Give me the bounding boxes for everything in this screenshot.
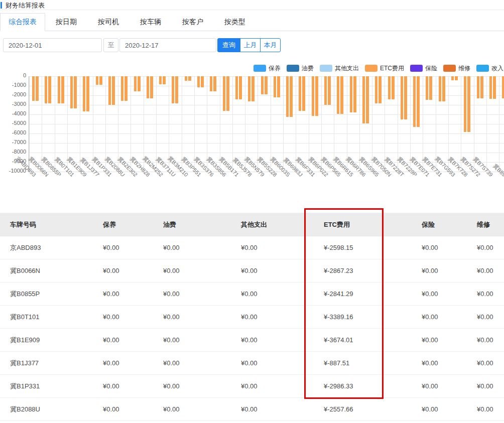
last-month-button[interactable]: 上月 — [240, 38, 261, 52]
y-axis-tick: -5000 — [0, 120, 26, 128]
legend-swatch-icon — [287, 65, 299, 72]
legend-item[interactable]: 保养 — [254, 64, 281, 73]
legend-swatch-icon — [476, 65, 489, 72]
table-cell: ¥-887.51 — [314, 352, 412, 375]
legend-item[interactable]: ETC费用 — [365, 64, 404, 73]
bar-ETC费用 — [261, 76, 268, 94]
bar-ETC费用 — [58, 76, 64, 103]
table-cell: ¥0.00 — [231, 375, 314, 398]
table-cell: ¥0.00 — [412, 283, 467, 306]
report-tabs: 综合报表按日期按司机按车辆按客户按类型 — [0, 10, 504, 31]
bar-ETC费用 — [464, 76, 470, 132]
y-axis-tick: -2000 — [0, 91, 26, 99]
table-cell: ¥0.00 — [153, 398, 231, 421]
table-cell: ¥0.00 — [231, 352, 314, 375]
bar-ETC费用 — [32, 76, 39, 101]
table-cell: ¥0.00 — [153, 352, 231, 375]
bar-ETC费用 — [248, 76, 255, 101]
table-cell: ¥0.00 — [412, 306, 467, 329]
table-row: 冀B2088U¥0.00¥0.00¥0.00¥-2557.66¥0.00¥0.0… — [0, 398, 504, 421]
table-cell: ¥-2841.29 — [314, 283, 412, 306]
bar-ETC费用 — [159, 76, 166, 84]
bar-ETC费用 — [286, 76, 293, 117]
table-cell: ¥-2557.66 — [314, 398, 412, 421]
table-cell: ¥0.00 — [153, 375, 231, 398]
chart-x-axis-labels: 京ABD893冀B0066N冀B0855P冀B0T101冀B1E909冀B1J3… — [29, 172, 504, 211]
bar-ETC费用 — [350, 76, 356, 112]
table-cell: ¥0.00 — [412, 375, 467, 398]
legend-label: 保险 — [425, 64, 437, 73]
bar-ETC费用 — [324, 76, 331, 105]
table-cell: ¥0.00 — [467, 283, 504, 306]
legend-swatch-icon — [365, 65, 377, 72]
legend-label: 油费 — [302, 64, 314, 73]
legend-item[interactable]: 保险 — [410, 64, 437, 73]
table-cell: 冀B1J377 — [0, 352, 93, 375]
legend-label: ETC费用 — [380, 64, 404, 73]
table-cell: 冀B2088U — [0, 398, 93, 421]
start-date-input[interactable] — [3, 38, 102, 52]
bar-ETC费用 — [477, 76, 483, 98]
y-axis-tick: -1000 — [0, 82, 26, 90]
table-cell: ¥0.00 — [231, 236, 314, 259]
table-cell: ¥0.00 — [93, 352, 153, 375]
bar-ETC费用 — [426, 76, 432, 100]
table-cell: ¥0.00 — [412, 329, 467, 352]
query-bar: 至 查询 上月 本月 — [0, 38, 504, 52]
bar-ETC费用 — [108, 76, 115, 105]
table-row: 京ABD893¥0.00¥0.00¥0.00¥-2598.15¥0.00¥0.0… — [0, 236, 504, 259]
page-title: 财务结算报表 — [6, 1, 45, 10]
bar-ETC费用 — [274, 76, 280, 97]
table-cell: ¥0.00 — [153, 329, 231, 352]
page-title-bar: 财务结算报表 — [0, 0, 504, 10]
table-cell: ¥0.00 — [231, 306, 314, 329]
tab-by-type[interactable]: 按类型 — [214, 14, 256, 31]
bar-ETC费用 — [362, 76, 369, 123]
bar-ETC费用 — [375, 76, 382, 103]
table-cell: ¥0.00 — [231, 329, 314, 352]
table-row: 冀B0066N¥0.00¥0.00¥0.00¥-2867.23¥0.00¥0.0… — [0, 259, 504, 283]
end-date-input[interactable] — [119, 38, 216, 52]
tab-by-date[interactable]: 按日期 — [45, 14, 87, 31]
table-cell: ¥0.00 — [93, 375, 153, 398]
table-cell: ¥0.00 — [412, 259, 467, 283]
legend-item[interactable]: 改入 — [476, 64, 503, 73]
table-cell: ¥0.00 — [231, 259, 314, 283]
tab-by-vehicle[interactable]: 按车辆 — [130, 14, 172, 31]
table-header-保养: 保养 — [93, 213, 153, 236]
legend-label: 保养 — [269, 64, 281, 73]
table-cell: 冀B0T101 — [0, 306, 93, 329]
search-button[interactable]: 查询 — [217, 38, 240, 52]
bar-ETC费用 — [185, 76, 191, 81]
table-cell: ¥0.00 — [412, 352, 467, 375]
bar-ETC费用 — [413, 76, 420, 127]
table-header-保险: 保险 — [412, 213, 467, 236]
table-header-油费: 油费 — [153, 213, 231, 236]
legend-item[interactable]: 油费 — [287, 64, 314, 73]
bar-ETC费用 — [121, 76, 128, 101]
tab-by-customer[interactable]: 按客户 — [172, 14, 214, 31]
bar-ETC费用 — [312, 76, 318, 116]
table-cell: ¥0.00 — [467, 329, 504, 352]
legend-item[interactable]: 其他支出 — [320, 64, 359, 73]
table-row: 冀B0855P¥0.00¥0.00¥0.00¥-2841.29¥0.00¥0.0… — [0, 283, 504, 306]
expense-table-wrap: 车牌号码保养油费其他支出ETC费用保险维修 京ABD893¥0.00¥0.00¥… — [0, 213, 504, 421]
bar-ETC费用 — [45, 76, 51, 103]
legend-item[interactable]: 维修 — [443, 64, 470, 73]
table-header-其他支出: 其他支出 — [231, 213, 314, 236]
table-cell: 冀B0855P — [0, 283, 93, 306]
y-axis-tick: -4000 — [0, 110, 26, 118]
tab-summary[interactable]: 综合报表 — [0, 13, 45, 31]
tab-by-driver[interactable]: 按司机 — [87, 14, 130, 31]
table-cell: ¥0.00 — [467, 236, 504, 259]
table-cell: ¥0.00 — [467, 259, 504, 283]
bar-ETC费用 — [197, 76, 204, 87]
bar-ETC费用 — [439, 76, 445, 101]
table-cell: ¥0.00 — [467, 398, 504, 421]
table-cell: ¥0.00 — [93, 329, 153, 352]
bar-ETC费用 — [172, 76, 178, 103]
table-cell: ¥0.00 — [93, 259, 153, 283]
this-month-button[interactable]: 本月 — [260, 38, 281, 52]
legend-swatch-icon — [320, 65, 332, 72]
bar-ETC费用 — [235, 76, 242, 99]
